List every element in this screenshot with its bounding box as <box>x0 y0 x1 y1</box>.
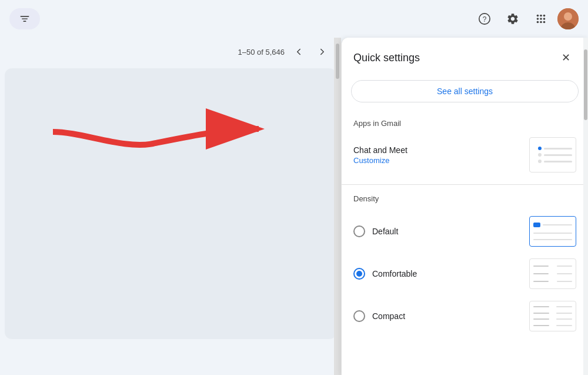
main-area: 1–50 of 5,646 <box>0 38 588 375</box>
density-title: Density <box>353 194 576 203</box>
topbar: ? <box>0 0 588 38</box>
dp-cline-4 <box>557 273 572 274</box>
svg-point-8 <box>537 18 539 20</box>
dp-kline-5 <box>533 318 549 320</box>
density-default-label: Default <box>372 227 398 236</box>
quick-settings-scrollbar[interactable] <box>583 38 588 375</box>
svg-point-6 <box>540 15 542 17</box>
density-default-radio[interactable] <box>353 225 365 237</box>
avatar[interactable] <box>557 8 579 29</box>
filter-button[interactable] <box>9 8 40 29</box>
pagination-text: 1–50 of 5,646 <box>238 48 285 57</box>
svg-point-5 <box>537 15 539 17</box>
density-comfortable-row: Comfortable <box>353 253 576 295</box>
preview-line-text-3 <box>544 161 572 162</box>
dp-kline-8 <box>556 325 572 326</box>
svg-point-9 <box>540 18 542 20</box>
settings-icon <box>506 12 519 25</box>
dp-sline-2 <box>533 233 572 234</box>
density-compact-radio[interactable] <box>353 310 365 322</box>
dp-row-c1 <box>533 266 572 267</box>
apps-icon <box>534 12 547 25</box>
apps-button[interactable] <box>529 7 553 31</box>
help-button[interactable]: ? <box>473 7 496 31</box>
dp-icon <box>533 223 540 227</box>
settings-button[interactable] <box>501 7 524 31</box>
dp-row-k1 <box>533 306 572 307</box>
preview-dot <box>538 147 542 150</box>
see-all-settings-button[interactable]: See all settings <box>351 80 579 102</box>
svg-point-7 <box>543 15 546 17</box>
dp-cline-6 <box>557 281 572 282</box>
dp-cline-5 <box>533 281 549 282</box>
dp-sline-1 <box>543 224 572 225</box>
density-comfortable-radio[interactable] <box>353 268 365 280</box>
density-default-left: Default <box>353 225 398 237</box>
dp-cline-1 <box>533 266 549 267</box>
apps-in-gmail-section: Apps in Gmail Chat and Meet Customize <box>342 112 588 182</box>
red-arrow-annotation <box>35 97 282 170</box>
preview-line-text-1 <box>544 148 572 150</box>
dp-row-1 <box>533 223 572 227</box>
preview-line-2 <box>538 153 572 157</box>
density-compact-left: Compact <box>353 310 405 322</box>
dp-row-2 <box>533 233 572 234</box>
svg-point-15 <box>564 12 572 21</box>
chevron-right-icon <box>317 47 328 57</box>
dp-row-k4 <box>533 325 572 326</box>
preview-line-1 <box>538 147 572 150</box>
dp-cline-2 <box>557 266 572 267</box>
density-section: Density Default <box>342 187 588 342</box>
dp-cline-3 <box>533 273 549 274</box>
quick-settings-scrollbar-thumb <box>584 49 587 120</box>
preview-line-text-2 <box>544 154 572 156</box>
prev-page-button[interactable] <box>289 42 308 61</box>
main-scrollbar[interactable] <box>334 38 341 375</box>
topbar-right: ? <box>473 7 579 31</box>
customize-link[interactable]: Customize <box>353 156 407 165</box>
dp-row-c2 <box>533 273 572 274</box>
quick-settings-panel: Quick settings ✕ See all settings Apps i… <box>341 38 588 375</box>
scrollbar-thumb <box>336 44 339 79</box>
dp-kline-4 <box>556 313 572 314</box>
svg-rect-0 <box>21 16 29 17</box>
next-page-button[interactable] <box>313 42 332 61</box>
chevron-left-icon <box>293 47 304 57</box>
svg-point-13 <box>543 21 546 24</box>
left-panel: 1–50 of 5,646 <box>0 38 341 375</box>
chat-meet-preview <box>529 137 576 172</box>
quick-settings-header: Quick settings ✕ <box>342 38 588 75</box>
svg-text:?: ? <box>483 15 487 24</box>
dp-row-k3 <box>533 318 572 320</box>
density-comfortable-radio-inner <box>356 271 362 277</box>
density-compact-row: Compact <box>353 295 576 337</box>
density-comfortable-preview <box>529 258 576 289</box>
preview-line-3 <box>538 160 572 163</box>
density-default-row: Default <box>353 210 576 253</box>
dp-row-3 <box>533 239 572 240</box>
section-divider-1 <box>342 184 588 185</box>
svg-point-12 <box>540 21 542 24</box>
svg-point-10 <box>543 18 546 20</box>
quick-settings-title: Quick settings <box>353 52 420 64</box>
dp-kline-2 <box>556 306 572 307</box>
svg-rect-2 <box>24 21 26 22</box>
density-comfortable-label: Comfortable <box>372 269 417 278</box>
filter-icon <box>19 13 31 25</box>
density-compact-preview <box>529 301 576 331</box>
chat-meet-label: Chat and Meet <box>353 145 407 155</box>
svg-rect-1 <box>22 18 28 19</box>
dp-row-c3 <box>533 281 572 282</box>
quick-settings-close-button[interactable]: ✕ <box>555 47 576 68</box>
dp-row-k2 <box>533 313 572 314</box>
help-icon: ? <box>478 12 491 25</box>
density-comfortable-left: Comfortable <box>353 268 417 280</box>
dp-kline-1 <box>533 306 549 307</box>
dp-sline-3 <box>533 239 572 240</box>
pagination-bar: 1–50 of 5,646 <box>0 38 341 66</box>
preview-dot-2 <box>538 153 542 157</box>
dp-kline-7 <box>533 325 549 326</box>
dp-kline-6 <box>556 318 572 320</box>
apps-in-gmail-title: Apps in Gmail <box>353 119 576 128</box>
dp-kline-3 <box>533 313 549 314</box>
